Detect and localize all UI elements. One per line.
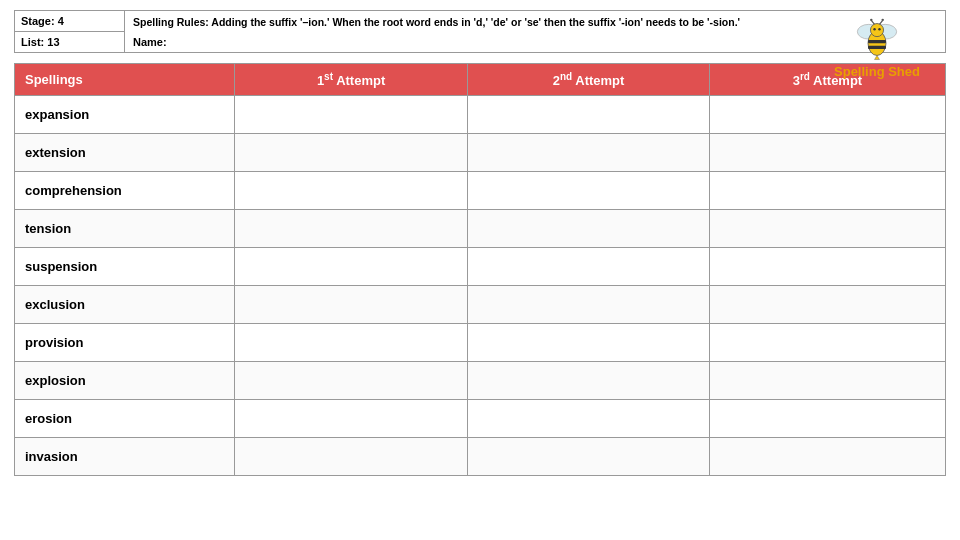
word-cell: expansion xyxy=(15,96,235,134)
table-row: expansion xyxy=(15,96,946,134)
header-section: Stage: 4 List: 13 Spelling Rules: Adding… xyxy=(14,10,946,53)
attempt-cell-1[interactable] xyxy=(235,134,468,172)
spelling-table: Spellings 1st Attempt 2nd Attempt 3rd At… xyxy=(14,63,946,476)
word-cell: exclusion xyxy=(15,286,235,324)
attempt-cell-1[interactable] xyxy=(235,172,468,210)
header-left: Stage: 4 List: 13 xyxy=(15,11,125,52)
word-cell: suspension xyxy=(15,248,235,286)
svg-point-7 xyxy=(878,28,880,30)
bee-icon xyxy=(852,17,902,62)
table-row: explosion xyxy=(15,362,946,400)
list-label: List: 13 xyxy=(15,32,124,52)
svg-point-9 xyxy=(870,18,872,20)
attempt-cell-1[interactable] xyxy=(235,248,468,286)
attempt-cell-3[interactable] xyxy=(709,438,945,476)
word-cell: provision xyxy=(15,324,235,362)
attempt-cell-1[interactable] xyxy=(235,438,468,476)
attempt-cell-3[interactable] xyxy=(709,362,945,400)
attempt-cell-2[interactable] xyxy=(468,248,710,286)
word-cell: explosion xyxy=(15,362,235,400)
table-row: suspension xyxy=(15,248,946,286)
table-row: comprehension xyxy=(15,172,946,210)
attempt-cell-2[interactable] xyxy=(468,172,710,210)
attempt-cell-2[interactable] xyxy=(468,210,710,248)
word-cell: tension xyxy=(15,210,235,248)
table-row: exclusion xyxy=(15,286,946,324)
table-row: invasion xyxy=(15,438,946,476)
attempt-cell-3[interactable] xyxy=(709,286,945,324)
word-cell: comprehension xyxy=(15,172,235,210)
attempt-cell-2[interactable] xyxy=(468,286,710,324)
header-right: Spelling Rules: Adding the suffix '–ion.… xyxy=(125,11,945,52)
logo-container: Spelling Shed xyxy=(834,17,920,79)
logo-area: Spelling Shed xyxy=(817,15,937,80)
attempt-cell-2[interactable] xyxy=(468,134,710,172)
table-header-row: Spellings 1st Attempt 2nd Attempt 3rd At… xyxy=(15,64,946,96)
word-cell: invasion xyxy=(15,438,235,476)
attempt-cell-1[interactable] xyxy=(235,96,468,134)
svg-marker-12 xyxy=(875,55,880,59)
svg-point-11 xyxy=(882,18,884,20)
word-cell: erosion xyxy=(15,400,235,438)
word-cell: extension xyxy=(15,134,235,172)
attempt-cell-3[interactable] xyxy=(709,134,945,172)
svg-rect-3 xyxy=(868,39,886,42)
attempt-cell-1[interactable] xyxy=(235,210,468,248)
svg-point-5 xyxy=(870,23,883,36)
attempt-cell-3[interactable] xyxy=(709,172,945,210)
stage-label: Stage: 4 xyxy=(15,11,124,32)
attempt-cell-3[interactable] xyxy=(709,248,945,286)
attempt-cell-2[interactable] xyxy=(468,438,710,476)
table-row: tension xyxy=(15,210,946,248)
svg-rect-4 xyxy=(868,45,886,48)
attempt-cell-1[interactable] xyxy=(235,324,468,362)
attempt-cell-1[interactable] xyxy=(235,400,468,438)
table-row: provision xyxy=(15,324,946,362)
attempt-cell-3[interactable] xyxy=(709,324,945,362)
col-header-attempt2: 2nd Attempt xyxy=(468,64,710,96)
attempt-cell-2[interactable] xyxy=(468,400,710,438)
logo-text: Spelling Shed xyxy=(834,64,920,79)
attempt-cell-2[interactable] xyxy=(468,362,710,400)
page-wrapper: Stage: 4 List: 13 Spelling Rules: Adding… xyxy=(0,0,960,486)
col-header-attempt1: 1st Attempt xyxy=(235,64,468,96)
table-row: extension xyxy=(15,134,946,172)
col-header-spellings: Spellings xyxy=(15,64,235,96)
attempt-cell-1[interactable] xyxy=(235,286,468,324)
attempt-cell-2[interactable] xyxy=(468,96,710,134)
attempt-cell-3[interactable] xyxy=(709,96,945,134)
table-row: erosion xyxy=(15,400,946,438)
attempt-cell-3[interactable] xyxy=(709,210,945,248)
attempt-cell-1[interactable] xyxy=(235,362,468,400)
attempt-cell-3[interactable] xyxy=(709,400,945,438)
svg-point-6 xyxy=(873,28,875,30)
attempt-cell-2[interactable] xyxy=(468,324,710,362)
